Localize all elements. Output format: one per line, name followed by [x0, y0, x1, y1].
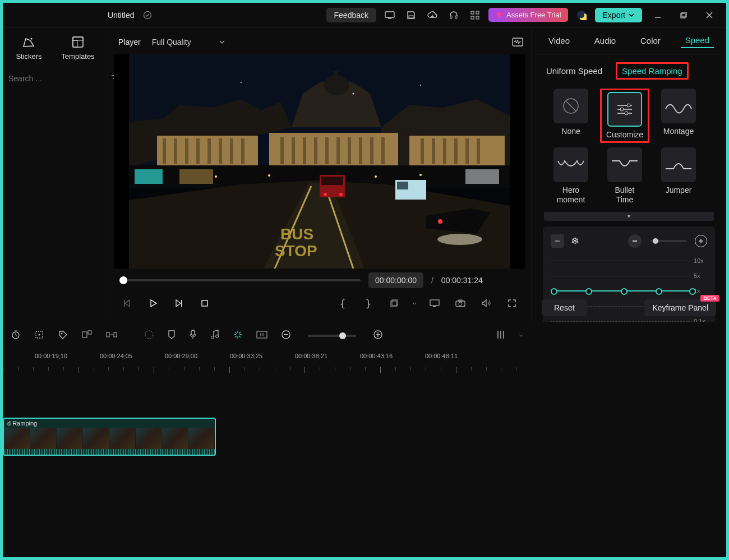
keyframe-dot[interactable] [656, 288, 662, 295]
group-tool[interactable] [81, 330, 93, 341]
cloud-sync-icon[interactable] [140, 7, 155, 23]
crop-button[interactable] [386, 295, 402, 311]
headphones-icon[interactable] [446, 7, 462, 23]
chevron-down-icon[interactable] [519, 334, 523, 337]
save-icon[interactable] [403, 7, 419, 23]
mixer-tool[interactable] [496, 330, 505, 341]
scrub-handle[interactable] [119, 276, 127, 284]
svg-rect-95 [82, 332, 87, 337]
speed-slider-handle[interactable] [653, 238, 658, 244]
cloud-icon[interactable] [425, 7, 440, 23]
svg-rect-103 [257, 331, 267, 338]
minus-button[interactable] [628, 234, 642, 248]
freeze-icon[interactable]: ❄ [571, 235, 579, 247]
export-button[interactable]: Export [595, 8, 642, 22]
dash-circle-tool[interactable] [144, 330, 154, 341]
reset-button[interactable]: Reset [542, 299, 587, 316]
preset-customize[interactable]: Customize [603, 92, 647, 140]
beta-badge: BETA [700, 295, 719, 302]
music-tool[interactable] [210, 330, 219, 341]
tab-speed[interactable]: Speed [681, 33, 714, 48]
theme-icon[interactable] [574, 7, 589, 23]
preset-hero[interactable]: Hero moment [546, 147, 596, 205]
assets-trial-button[interactable]: Assets Free Trial [488, 8, 568, 22]
keyframe-dot[interactable] [689, 288, 696, 295]
plus-button[interactable] [695, 235, 707, 247]
keyframe-dot[interactable] [621, 288, 628, 295]
fullscreen-button[interactable] [504, 295, 520, 311]
preset-none-label: None [561, 127, 580, 137]
clip-waveform [4, 449, 215, 456]
uniform-speed-tab[interactable]: Uniform Speed [546, 66, 602, 76]
time-divider: / [431, 276, 433, 285]
tab-stickers[interactable]: Stickers [16, 35, 41, 61]
keyframe-panel-button[interactable]: BETA Keyframe Panel [644, 299, 716, 316]
zoom-handle[interactable] [339, 332, 346, 339]
svg-point-65 [437, 234, 482, 245]
timeline-ruler[interactable]: 00:00:19;10 00:00:24;05 00:00:29;00 00:0… [3, 349, 531, 373]
select-tool[interactable] [34, 330, 44, 341]
svg-rect-47 [432, 138, 435, 164]
zoom-slider[interactable] [308, 335, 356, 337]
insert-tool[interactable] [256, 331, 267, 340]
snapshot-button[interactable] [453, 295, 468, 311]
svg-rect-49 [454, 138, 458, 164]
chevron-down-icon[interactable] [412, 302, 417, 305]
clip-thumbnails [4, 428, 215, 449]
ripple-tool[interactable] [106, 330, 117, 341]
preset-jumper[interactable]: Jumper [654, 147, 703, 205]
quality-select[interactable]: Full Quality [152, 38, 225, 47]
magic-tool[interactable] [233, 330, 243, 341]
speed-slider[interactable] [650, 240, 686, 242]
scrub-bar[interactable] [119, 279, 361, 281]
play-forward-button[interactable] [171, 295, 187, 311]
timeline-clip[interactable]: d Ramping [3, 418, 216, 456]
play-button[interactable] [145, 295, 161, 311]
zoom-out-button[interactable] [281, 330, 291, 341]
window-close[interactable] [699, 7, 719, 23]
tab-audio[interactable]: Audio [590, 34, 620, 48]
keyframe-dot[interactable] [551, 288, 557, 295]
feedback-button[interactable]: Feedback [326, 8, 376, 22]
tag-tool[interactable] [58, 330, 68, 341]
apps-icon[interactable] [467, 7, 483, 23]
svg-rect-107 [497, 331, 499, 339]
screen-icon[interactable] [382, 7, 398, 23]
ruler-mark: 00:00:43;16 [360, 353, 393, 359]
titlebar: Untitled Feedback Assets Free Trial Expo… [3, 3, 726, 27]
tab-video[interactable]: Video [544, 34, 574, 48]
timer-tool[interactable] [11, 330, 21, 341]
tab-color[interactable]: Color [636, 34, 665, 48]
preset-montage[interactable]: Montage [654, 89, 703, 143]
ruler-mark: 00:00:48;11 [425, 353, 458, 359]
preset-none[interactable]: None [546, 89, 596, 143]
window-minimize[interactable] [648, 7, 668, 23]
svg-rect-74 [181, 300, 182, 307]
timeline-panel: 00:00:19;10 00:00:24;05 00:00:29;00 00:0… [3, 322, 531, 554]
stop-button[interactable] [197, 295, 213, 311]
mark-in-button[interactable]: { [335, 295, 350, 311]
display-button[interactable] [427, 295, 442, 311]
preset-bullet[interactable]: Bullet Time [600, 147, 649, 205]
prev-frame-button[interactable] [119, 295, 135, 311]
tab-templates[interactable]: Templates [61, 35, 94, 61]
waveform-icon[interactable] [510, 34, 525, 50]
svg-point-13 [31, 38, 33, 40]
mark-out-button[interactable]: } [361, 295, 376, 311]
svg-rect-16 [73, 40, 77, 47]
volume-button[interactable] [478, 295, 494, 311]
speed-ramping-tab[interactable]: Speed Ramping [616, 62, 689, 80]
keyframe-dot[interactable] [585, 288, 592, 295]
zoom-in-button[interactable] [373, 330, 383, 341]
svg-rect-34 [230, 138, 233, 164]
delete-keyframe-button[interactable] [551, 234, 564, 248]
search-input[interactable] [8, 74, 107, 83]
window-maximize[interactable] [673, 7, 694, 23]
mic-tool[interactable] [189, 330, 197, 341]
marker-tool[interactable] [168, 330, 176, 341]
chevron-down-icon [629, 13, 634, 17]
svg-point-81 [459, 302, 462, 306]
expand-presets[interactable]: ▾ [544, 212, 714, 221]
svg-point-71 [241, 82, 242, 83]
video-preview[interactable]: BUS STOP [114, 54, 525, 269]
